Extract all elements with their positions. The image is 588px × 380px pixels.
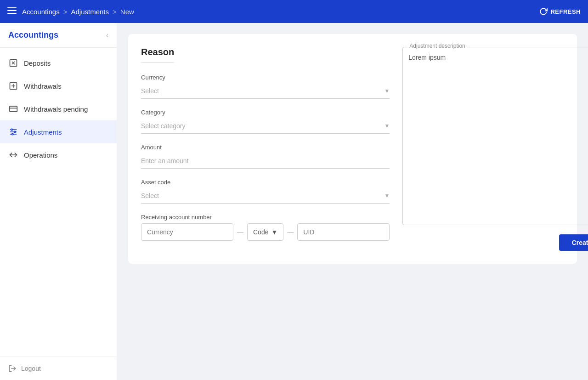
- sidebar-nav: Deposits Withdrawals Withdrawals pending…: [0, 48, 117, 357]
- refresh-button[interactable]: REFRESH: [539, 7, 581, 16]
- currency-select-value: Select: [141, 84, 384, 98]
- asset-code-select-value: Select: [141, 188, 384, 203]
- sidebar-header: Accountings ‹: [0, 23, 117, 48]
- receiving-account-label: Receiving account number: [141, 214, 390, 221]
- description-text: Lorem ipsum: [408, 53, 588, 62]
- receiving-code-select[interactable]: Code ▼: [247, 223, 283, 241]
- sidebar-item-operations[interactable]: Operations: [0, 143, 117, 166]
- svg-point-15: [14, 131, 16, 132]
- currency-group: Currency Select ▼: [141, 74, 390, 99]
- category-group: Category Select category ▼: [141, 109, 390, 134]
- form-section: Reason Currency Select ▼ Category Select…: [141, 47, 390, 251]
- amount-group: Amount: [141, 144, 390, 169]
- topbar: Accountings > Adjustments > New REFRESH: [0, 0, 588, 23]
- asset-code-select[interactable]: Select ▼: [141, 188, 390, 204]
- description-label: Adjustment description: [407, 43, 467, 49]
- asset-code-label: Asset code: [141, 179, 390, 186]
- receiving-code-arrow: ▼: [271, 228, 277, 236]
- receiving-dash-1: —: [233, 228, 247, 236]
- adjustments-icon: [8, 127, 18, 137]
- receiving-currency-input[interactable]: [141, 223, 233, 241]
- withdrawals-icon: [8, 81, 18, 91]
- category-select-value: Select category: [141, 119, 384, 133]
- svg-point-16: [12, 133, 13, 135]
- description-section: Adjustment description Lorem ipsum Creat…: [402, 47, 588, 251]
- breadcrumb: Accountings > Adjustments > New: [22, 8, 534, 16]
- svg-point-14: [11, 129, 12, 130]
- sidebar-item-deposits-label: Deposits: [24, 59, 51, 67]
- breadcrumb-sep2: >: [113, 8, 117, 16]
- sidebar-item-operations-label: Operations: [24, 151, 57, 159]
- svg-rect-1: [7, 10, 17, 11]
- amount-label: Amount: [141, 144, 390, 151]
- sidebar-item-adjustments-label: Adjustments: [24, 128, 62, 136]
- receiving-account-group: Receiving account number — Code ▼ —: [141, 214, 390, 241]
- deposits-icon: [8, 58, 18, 68]
- asset-code-dropdown-icon: ▼: [384, 193, 390, 199]
- sidebar: Accountings ‹ Deposits Withdrawals: [0, 23, 117, 380]
- refresh-label: REFRESH: [550, 8, 581, 15]
- sidebar-item-deposits[interactable]: Deposits: [0, 51, 117, 74]
- receiving-account-row: — Code ▼ —: [141, 223, 390, 241]
- layout: Accountings ‹ Deposits Withdrawals: [0, 23, 588, 380]
- sidebar-item-withdrawals-pending[interactable]: Withdrawals pending: [0, 97, 117, 120]
- adjustment-card: Reason Currency Select ▼ Category Select…: [128, 34, 577, 264]
- category-dropdown-icon: ▼: [384, 123, 390, 129]
- category-select[interactable]: Select category ▼: [141, 119, 390, 134]
- amount-input[interactable]: [141, 153, 390, 169]
- sidebar-title: Accountings: [8, 30, 58, 40]
- breadcrumb-root[interactable]: Accountings: [22, 8, 60, 16]
- currency-dropdown-icon: ▼: [384, 88, 390, 94]
- logout-button[interactable]: Logout: [8, 364, 108, 373]
- category-label: Category: [141, 109, 390, 116]
- logout-label: Logout: [21, 365, 41, 372]
- logout-icon: [8, 364, 17, 373]
- breadcrumb-section[interactable]: Adjustments: [71, 8, 109, 16]
- receiving-code-value: Code: [253, 228, 268, 236]
- main-content: Reason Currency Select ▼ Category Select…: [117, 23, 588, 380]
- operations-icon: [8, 150, 18, 160]
- svg-rect-9: [10, 106, 17, 112]
- form-title: Reason: [141, 47, 174, 63]
- receiving-uid-input[interactable]: [297, 223, 390, 241]
- sidebar-item-withdrawals-pending-label: Withdrawals pending: [24, 105, 88, 113]
- breadcrumb-current: New: [120, 8, 134, 16]
- currency-select[interactable]: Select ▼: [141, 84, 390, 99]
- sidebar-item-adjustments[interactable]: Adjustments: [0, 120, 117, 143]
- svg-rect-2: [7, 13, 17, 14]
- withdrawals-pending-icon: [8, 104, 18, 114]
- breadcrumb-sep1: >: [63, 8, 68, 16]
- sidebar-footer: Logout: [0, 357, 117, 380]
- menu-icon[interactable]: [7, 6, 17, 17]
- asset-code-group: Asset code Select ▼: [141, 179, 390, 204]
- svg-rect-0: [7, 7, 17, 8]
- currency-label: Currency: [141, 74, 390, 81]
- sidebar-item-withdrawals-label: Withdrawals: [24, 82, 62, 90]
- create-button[interactable]: Create: [559, 234, 588, 251]
- description-box: Adjustment description Lorem ipsum: [402, 47, 588, 225]
- sidebar-collapse-button[interactable]: ‹: [106, 31, 108, 40]
- sidebar-item-withdrawals[interactable]: Withdrawals: [0, 74, 117, 97]
- receiving-dash-2: —: [283, 228, 297, 236]
